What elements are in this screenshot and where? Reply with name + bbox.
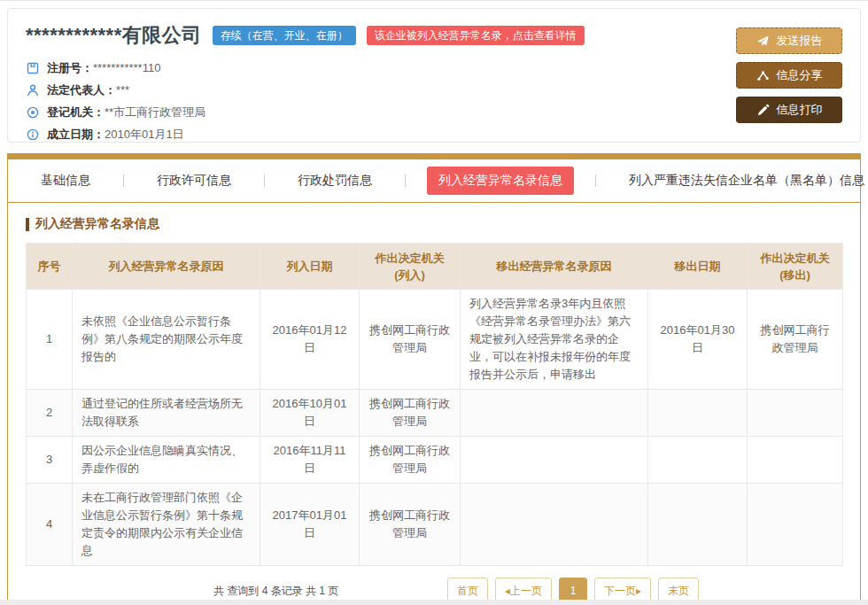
table-row: 2通过登记的住所或者经营场所无法取得联系2016年10月01日携创网工商行政管理… <box>27 390 843 437</box>
person-icon <box>26 83 40 97</box>
table-row: 1未依照《企业信息公示暂行条例》第八条规定的期限公示年度报告的2016年01月1… <box>27 290 843 390</box>
table-cell <box>461 484 648 566</box>
abnormal-records-table: 序号列入经营异常名录原因列入日期作出决定机关(列入)移出经营异常名录原因移出日期… <box>26 243 843 566</box>
table-cell: 2016年11月11日 <box>260 437 360 484</box>
certificate-icon <box>26 61 40 75</box>
table-cell <box>748 390 843 437</box>
table-cell <box>748 484 843 566</box>
action-buttons: 发送报告信息分享信息打印 <box>736 27 842 123</box>
column-header: 作出决定机关(列入) <box>360 244 461 290</box>
info-label: 登记机关： <box>47 105 105 120</box>
table-row: 4未在工商行政管理部门依照《企业信息公示暂行条例》第十条规定责令的期限内公示有关… <box>27 484 843 566</box>
records-summary: 共 查询到 4 条记录 共 1 页 <box>213 584 338 599</box>
table-cell: 列入经营异常名录3年内且依照《经营异常名录管理办法》第六规定被列入经营异常名录的… <box>461 290 648 390</box>
column-header: 移出经营异常名录原因 <box>461 244 648 290</box>
table-header-row: 序号列入经营异常名录原因列入日期作出决定机关(列入)移出经营异常名录原因移出日期… <box>27 244 843 290</box>
abnormal-warning-badge[interactable]: 该企业被列入经营异常名录，点击查看详情 <box>367 26 585 45</box>
table-cell: 携创网工商行政管理局 <box>360 390 461 437</box>
pencil-icon <box>756 104 770 117</box>
info-label: 注册号： <box>47 60 93 76</box>
table-cell: 1 <box>27 290 73 390</box>
tab-blacklist[interactable]: 列入严重违法失信企业名单（黑名单）信息 <box>617 167 868 195</box>
column-header: 移出日期 <box>648 244 748 290</box>
column-header: 列入经营异常名录原因 <box>73 244 260 290</box>
table-cell <box>648 484 748 566</box>
tab-separator <box>405 175 406 187</box>
detail-panel: 基础信息行政许可信息行政处罚信息列入经营异常名录信息列入严重违法失信企业名单（黑… <box>7 153 861 600</box>
action-button-label: 信息分享 <box>777 67 823 83</box>
info-value: *** <box>116 83 129 97</box>
page: ************有限公司 存续（在营、开业、在册） 该企业被列入经营异常… <box>0 0 868 600</box>
table-cell: 携创网工商行政管理局 <box>360 437 461 484</box>
table-cell: 2016年01月30日 <box>648 290 748 390</box>
location-icon <box>26 105 40 120</box>
prev-page-button[interactable]: ◂上一页 <box>495 578 552 601</box>
action-button-label: 信息打印 <box>777 102 823 118</box>
company-info-row: 注册号：***********110 <box>26 57 842 79</box>
tab-separator <box>595 175 596 187</box>
table-cell <box>648 390 748 437</box>
page-1-button[interactable]: 1 <box>559 578 587 601</box>
table-cell: 因公示企业信息隐瞒真实情况、弄虚作假的 <box>73 437 260 484</box>
company-name: ************有限公司 <box>26 22 202 49</box>
table-cell <box>748 437 843 484</box>
info-value: **市工商行政管理局 <box>105 105 205 120</box>
share-nodes-icon <box>756 69 770 82</box>
panel-body: 列入经营异常名录信息 序号列入经营异常名录原因列入日期作出决定机关(列入)移出经… <box>8 203 860 600</box>
tab-separator <box>123 175 124 187</box>
action-button-label: 发送报告 <box>777 33 823 49</box>
company-info-list: 注册号：***********110法定代表人：***登记机关：**市工商行政管… <box>26 57 842 145</box>
column-header: 列入日期 <box>260 244 360 290</box>
table-cell <box>648 437 748 484</box>
table-cell: 未在工商行政管理部门依照《企业信息公示暂行条例》第十条规定责令的期限内公示有关企… <box>73 484 260 566</box>
table-cell: 2 <box>27 390 73 437</box>
table-cell: 通过登记的住所或者经营场所无法取得联系 <box>73 390 260 437</box>
column-header: 序号 <box>27 244 73 290</box>
next-page-button[interactable]: 下一页▸ <box>594 578 651 601</box>
print-info-button[interactable]: 信息打印 <box>736 97 842 123</box>
send-report-button[interactable]: 发送报告 <box>736 27 842 54</box>
company-info-row: 登记机关：**市工商行政管理局 <box>26 101 842 123</box>
tab-admin-license[interactable]: 行政许可信息 <box>145 167 243 195</box>
company-summary-card: ************有限公司 存续（在营、开业、在册） 该企业被列入经营异常… <box>7 8 861 143</box>
paper-plane-icon <box>756 35 770 48</box>
table-cell: 3 <box>27 437 73 484</box>
table-row: 3因公示企业信息隐瞒真实情况、弄虚作假的2016年11月11日携创网工商行政管理… <box>27 437 843 484</box>
tab-bar: 基础信息行政许可信息行政处罚信息列入经营异常名录信息列入严重违法失信企业名单（黑… <box>8 159 860 203</box>
tab-abnormal-list[interactable]: 列入经营异常名录信息 <box>427 167 574 195</box>
company-info-row: 法定代表人：*** <box>26 79 842 101</box>
table-cell: 携创网工商行政管理局 <box>360 290 461 390</box>
table-cell: 携创网工商行政管理局 <box>748 290 843 390</box>
info-circle-icon <box>26 128 40 142</box>
company-info-row: 成立日期：2010年01月1日 <box>26 123 842 145</box>
tab-basic-info[interactable]: 基础信息 <box>29 167 102 195</box>
info-label: 法定代表人： <box>47 82 116 98</box>
section-title-bar <box>26 218 29 231</box>
table-cell: 2016年01月12日 <box>260 290 360 390</box>
section-title-text: 列入经营异常名录信息 <box>35 216 159 232</box>
share-info-button[interactable]: 信息分享 <box>736 62 842 89</box>
table-cell <box>461 390 648 437</box>
last-page-button[interactable]: 末页 <box>658 578 699 601</box>
company-title-row: ************有限公司 存续（在营、开业、在册） 该企业被列入经营异常… <box>26 22 842 49</box>
table-cell: 携创网工商行政管理局 <box>360 484 461 566</box>
info-label: 成立日期： <box>47 127 105 143</box>
table-cell: 2016年10月01日 <box>260 390 360 437</box>
info-value: ***********110 <box>93 61 160 74</box>
table-cell: 2017年01月01日 <box>260 484 360 566</box>
tab-admin-penalty[interactable]: 行政处罚信息 <box>286 167 384 195</box>
column-header: 作出决定机关(移出) <box>748 244 843 290</box>
table-cell: 4 <box>27 484 73 566</box>
first-page-button[interactable]: 首页 <box>447 578 488 601</box>
table-cell <box>461 437 648 484</box>
pagination-row: 共 查询到 4 条记录 共 1 页 首页◂上一页1下一页▸末页 <box>26 578 842 600</box>
tab-separator <box>264 175 265 187</box>
info-value: 2010年01月1日 <box>105 127 184 143</box>
table-cell: 未依照《企业信息公示暂行条例》第八条规定的期限公示年度报告的 <box>73 290 260 390</box>
status-badge: 存续（在营、开业、在册） <box>213 26 356 45</box>
section-title: 列入经营异常名录信息 <box>26 216 842 232</box>
pagination-buttons: 首页◂上一页1下一页▸末页 <box>447 578 699 601</box>
